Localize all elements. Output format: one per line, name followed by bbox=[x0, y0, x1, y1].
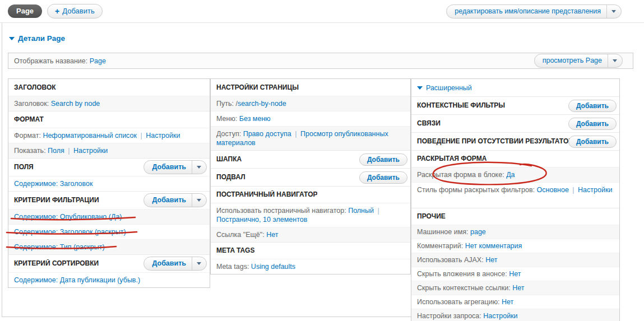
access-value-link[interactable]: Просмотр опубликованных материалов bbox=[216, 130, 388, 147]
filter-link[interactable]: Содержимое: Опубликовано (Да) bbox=[14, 213, 122, 221]
pager-type-link[interactable]: Полный bbox=[348, 207, 374, 215]
add-sort-button[interactable]: Добавить bbox=[143, 257, 207, 271]
chevron-down-icon bbox=[613, 59, 617, 62]
section-contextual-filters-label: КОНТЕКСТНЫЕ ФИЛЬТРЫ bbox=[417, 101, 505, 110]
plus-icon: + bbox=[55, 8, 59, 15]
advanced-toggle[interactable]: Расширенный bbox=[411, 79, 619, 96]
chevron-down-icon bbox=[611, 10, 616, 13]
section-page-settings-label: НАСТРОЙКИ СТРАНИЦЫ bbox=[216, 83, 299, 92]
format-settings-link[interactable]: Настройки bbox=[146, 132, 180, 139]
more-link-row: Ссылка "Ещё": Нет bbox=[211, 227, 410, 242]
more-link-label: Ссылка "Ещё": bbox=[216, 231, 265, 239]
section-relationships-label: СВЯЗИ bbox=[417, 119, 441, 128]
section-sort-header: КРИТЕРИЙ СОРТИРОВКИ Добавить bbox=[8, 254, 210, 272]
machine-name-link[interactable]: page bbox=[470, 228, 486, 236]
section-format-label: ФОРМАТ bbox=[14, 115, 44, 124]
use-aggregation-row: Использовать агрегацию: Нет bbox=[411, 295, 619, 309]
section-footer-label: ПОДВАЛ bbox=[216, 173, 245, 182]
section-other-label: ПРОЧИЕ bbox=[417, 212, 446, 221]
path-row: Путь: /search-by-node bbox=[211, 96, 410, 111]
pager-row: Использовать постраничный навигатор: Пол… bbox=[211, 203, 410, 227]
use-aggregation-link[interactable]: Нет bbox=[502, 298, 513, 306]
use-ajax-link[interactable]: Нет bbox=[485, 256, 497, 264]
use-ajax-row: Использовать AJAX: Нет bbox=[411, 253, 619, 267]
add-field-dropdown[interactable] bbox=[192, 161, 206, 174]
edit-view-name-button[interactable]: редактировать имя/описание представления bbox=[446, 4, 622, 18]
format-link[interactable]: Неформатированный список bbox=[43, 132, 137, 139]
show-link[interactable]: Поля bbox=[48, 147, 64, 155]
separator: | bbox=[140, 132, 142, 139]
chevron-down-icon bbox=[197, 166, 201, 169]
add-sort-dropdown[interactable] bbox=[192, 257, 206, 270]
query-settings-link[interactable]: Настройки bbox=[483, 312, 517, 320]
hide-contextual-links-link[interactable]: Нет bbox=[512, 284, 524, 292]
column-third: Расширенный КОНТЕКСТНЫЕ ФИЛЬТРЫ Добавить… bbox=[411, 78, 620, 321]
path-link[interactable]: search-by-node bbox=[238, 100, 286, 108]
container-left-border bbox=[2, 23, 2, 317]
add-footer-button[interactable]: Добавить bbox=[359, 171, 407, 184]
exposed-form-settings-link[interactable]: Настройки bbox=[578, 186, 612, 194]
section-other-header: ПРОЧИЕ bbox=[411, 208, 619, 225]
format-row: Формат: Неформатированный список | Настр… bbox=[8, 128, 210, 143]
section-title-header: ЗАГОЛОВОК bbox=[8, 79, 210, 96]
filter-link[interactable]: Содержимое: Заголовок (раскрыт) bbox=[14, 228, 126, 236]
edit-view-name-dropdown[interactable] bbox=[606, 5, 621, 18]
section-meta-tags-label: META TAGS bbox=[216, 246, 254, 255]
meta-tags-row: Meta tags: Using defaults bbox=[211, 259, 410, 274]
comment-label: Комментарий: bbox=[417, 242, 463, 250]
pager-settings-link[interactable]: Постранично, 10 элементов bbox=[216, 216, 307, 224]
filter-link[interactable]: Содержимое: Тип (раскрыт) bbox=[14, 243, 105, 251]
preview-page-button[interactable]: просмотреть Page bbox=[534, 54, 623, 68]
tab-page[interactable]: Page bbox=[8, 4, 42, 18]
field-link[interactable]: Содержимое: Заголовок bbox=[14, 180, 92, 188]
title-link[interactable]: Search by node bbox=[51, 100, 100, 108]
exposed-form-style-label: Стиль формы раскрытых фильтров: bbox=[417, 186, 535, 194]
access-label: Доступ: bbox=[216, 130, 241, 138]
add-field-button[interactable]: Добавить bbox=[143, 160, 207, 174]
add-sort-label: Добавить bbox=[144, 257, 192, 270]
preview-page-dropdown[interactable] bbox=[608, 54, 622, 67]
sort-row: Содержимое: Дата публикации (убыв.) bbox=[8, 272, 210, 287]
more-link-value[interactable]: Нет bbox=[266, 231, 278, 239]
details-title: Детали Page bbox=[18, 34, 65, 43]
exposed-form-style-link[interactable]: Основное bbox=[537, 186, 569, 194]
add-filter-button[interactable]: Добавить bbox=[143, 193, 207, 207]
collapse-arrow-icon bbox=[9, 37, 15, 40]
hide-attachments-link[interactable]: Нет bbox=[509, 270, 521, 278]
display-title-link[interactable]: Page bbox=[90, 57, 106, 65]
add-filter-label: Добавить bbox=[144, 194, 192, 207]
add-header-button[interactable]: Добавить bbox=[359, 153, 407, 166]
query-settings-label: Настройки запроса: bbox=[417, 312, 481, 320]
add-contextual-filter-button[interactable]: Добавить bbox=[568, 100, 617, 112]
menu-link[interactable]: Без меню bbox=[239, 115, 271, 123]
details-toggle[interactable]: Детали Page bbox=[9, 34, 65, 43]
chevron-down-icon bbox=[197, 262, 201, 265]
access-type-link[interactable]: Право доступа bbox=[243, 130, 291, 138]
menu-label: Меню: bbox=[216, 115, 237, 123]
hide-contextual-links-label: Скрыть контекстные ссылки: bbox=[417, 284, 511, 292]
separator: | bbox=[377, 207, 379, 215]
meta-tags-link[interactable]: Using defaults bbox=[251, 263, 295, 271]
section-contextual-filters-header: КОНТЕКСТНЫЕ ФИЛЬТРЫ Добавить bbox=[411, 96, 619, 114]
section-header-header: ШАПКА Добавить bbox=[211, 150, 410, 168]
add-no-results-button[interactable]: Добавить bbox=[568, 136, 617, 148]
add-display-button[interactable]: + Добавить bbox=[47, 4, 103, 18]
comment-row: Комментарий: Нет комментария bbox=[411, 239, 619, 253]
column-first: ЗАГОЛОВОК Заголовок: Search by node ФОРМ… bbox=[8, 78, 210, 288]
title-row: Заголовок: Search by node bbox=[8, 96, 210, 111]
hide-contextual-links-row: Скрыть контекстные ссылки: Нет bbox=[411, 281, 619, 295]
section-fields-label: ПОЛЯ bbox=[14, 163, 34, 171]
add-filter-dropdown[interactable] bbox=[192, 194, 206, 207]
edit-view-name-label: редактировать имя/описание представления bbox=[447, 5, 606, 18]
column-second: НАСТРОЙКИ СТРАНИЦЫ Путь: /search-by-node… bbox=[210, 78, 411, 275]
machine-name-row: Машинное имя: page bbox=[411, 225, 619, 239]
exposed-form-style-row: Стиль формы раскрытых фильтров: Основное… bbox=[411, 182, 619, 208]
exposed-form-block-link[interactable]: Да bbox=[506, 171, 515, 179]
machine-name-label: Машинное имя: bbox=[417, 228, 469, 236]
comment-link[interactable]: Нет комментария bbox=[465, 242, 522, 250]
access-row: Доступ: Право доступа | Просмотр опублик… bbox=[211, 126, 410, 150]
show-settings-link[interactable]: Настройки bbox=[73, 147, 108, 155]
sort-link[interactable]: Содержимое: Дата публикации (убыв.) bbox=[14, 276, 140, 284]
preview-page-label: просмотреть Page bbox=[535, 54, 608, 67]
add-relationship-button[interactable]: Добавить bbox=[568, 118, 617, 130]
